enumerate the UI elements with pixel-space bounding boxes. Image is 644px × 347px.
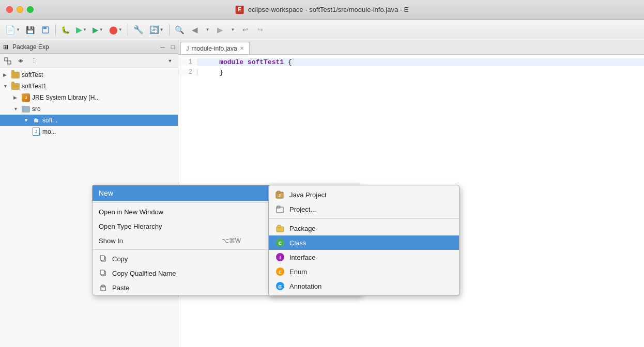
link-editor-button[interactable]: [15, 55, 26, 67]
svg-text:E: E: [279, 270, 282, 275]
new-label: New: [99, 189, 113, 197]
sync-dropdown[interactable]: 🔄▼: [147, 23, 166, 37]
code-text-2: }: [198, 69, 644, 76]
save-all-button[interactable]: [39, 23, 52, 37]
java-file-icon: J: [32, 128, 40, 136]
title-bar: E eclipse-workspace - softTest1/src/modu…: [0, 0, 644, 20]
new-dropdown[interactable]: 📄▼: [3, 23, 22, 37]
src-folder-icon: [22, 105, 30, 113]
svg-text:C: C: [279, 241, 282, 246]
editor-tab-module-info[interactable]: J module-info.java ✕: [180, 42, 250, 54]
search-button[interactable]: 🔍: [173, 23, 187, 37]
editor-tabs: J module-info.java ✕: [178, 40, 644, 55]
enum-menu-icon: E: [275, 266, 285, 277]
coverage-dropdown[interactable]: ⬤▼: [107, 23, 125, 37]
tree-item-module-info[interactable]: J mo...: [0, 126, 178, 137]
traffic-lights: [6, 6, 34, 13]
annotation-menu-icon: @: [275, 281, 285, 291]
debug-button[interactable]: 🐛: [59, 23, 72, 37]
svg-rect-1: [43, 27, 47, 29]
copy-icon: [99, 254, 108, 263]
tree-item-jre[interactable]: ▶ J JRE System Library [H...: [0, 92, 178, 103]
svg-rect-2: [5, 58, 8, 61]
run-dropdown[interactable]: ▶▼: [74, 23, 89, 37]
submenu-interface[interactable]: I Interface: [269, 250, 459, 264]
panel-title: Package Exp: [12, 43, 158, 51]
submenu-annotation[interactable]: @ Annotation: [269, 279, 459, 293]
tree-item-softtest1[interactable]: ▼ softTest1: [0, 81, 178, 92]
app-icon: E: [236, 6, 244, 14]
dropdown-button[interactable]: ▼: [164, 55, 176, 67]
close-button[interactable]: [6, 6, 13, 13]
project-icon: [11, 71, 20, 79]
svg-rect-19: [278, 225, 281, 228]
collapse-all-button[interactable]: [2, 55, 13, 67]
nav-forward-button[interactable]: ▶: [213, 23, 227, 37]
separator-3: [169, 24, 170, 36]
svg-text:J: J: [279, 194, 281, 197]
submenu-enum[interactable]: E Enum: [269, 264, 459, 279]
nav-back-dropdown[interactable]: ▼: [203, 23, 212, 37]
nav-back-button[interactable]: ◀: [188, 23, 202, 37]
panel-header: ⊞ Package Exp ─ □: [0, 40, 178, 54]
svg-rect-6: [35, 118, 37, 120]
tree-item-src[interactable]: ▼ src: [0, 103, 178, 115]
svg-text:@: @: [278, 284, 283, 289]
svg-text:I: I: [280, 255, 281, 260]
tab-java-icon: J: [186, 45, 189, 52]
maximize-panel-icon[interactable]: □: [171, 43, 175, 51]
tree-item-softtest[interactable]: ▶ softTest: [0, 69, 178, 81]
interface-menu-icon: I: [275, 252, 285, 262]
code-line-2: 2 }: [178, 67, 644, 77]
class-menu-icon: C: [275, 238, 285, 248]
window-title: E eclipse-workspace - softTest1/src/modu…: [236, 6, 409, 14]
maximize-button[interactable]: [27, 6, 34, 13]
line-number-2: 2: [178, 69, 198, 76]
last-edit-button[interactable]: ↩: [238, 23, 252, 37]
minimize-button[interactable]: [17, 6, 23, 13]
external-tools-button[interactable]: 🔧: [131, 23, 146, 37]
svg-point-4: [20, 60, 22, 62]
minimize-panel-icon[interactable]: ─: [160, 43, 165, 51]
save-button[interactable]: 💾: [24, 23, 37, 37]
java-project-icon: J: [275, 190, 285, 200]
project-icon: [11, 82, 20, 90]
package-icon: [32, 116, 40, 124]
nav-forward-dropdown[interactable]: ▼: [228, 23, 237, 37]
submenu-java-project[interactable]: J Java Project: [269, 187, 459, 202]
submenu-project[interactable]: Project...: [269, 202, 459, 216]
submenu-class[interactable]: C Class: [269, 235, 459, 250]
paste-icon: [99, 283, 108, 292]
package-menu-icon: [275, 223, 285, 233]
panel-toolbar: ⋮ ▼: [0, 54, 178, 68]
copy-qualified-icon: [99, 269, 108, 278]
code-text-1: module softTest1 {: [198, 58, 644, 66]
svg-rect-11: [101, 286, 105, 291]
tab-close-icon[interactable]: ✕: [240, 45, 244, 51]
svg-rect-8: [100, 256, 104, 260]
submenu: J Java Project Project... Package: [268, 185, 459, 296]
separator-1: [55, 24, 56, 36]
submenu-separator: [269, 218, 459, 219]
separator-2: [128, 24, 128, 36]
tree-item-package-softtest1[interactable]: ▼ soft...: [0, 115, 178, 126]
next-edit-button[interactable]: ↪: [253, 23, 267, 37]
submenu-package[interactable]: Package: [269, 221, 459, 235]
jre-icon: J: [22, 93, 30, 102]
show-menu-button[interactable]: ⋮: [28, 55, 39, 67]
project-icon: [275, 204, 285, 214]
main-toolbar: 📄▼ 💾 🐛 ▶▼ ▶▼ ⬤▼ 🔧 🔄▼ 🔍 ◀ ▼ ▶ ▼ ↩ ↪: [0, 20, 644, 40]
code-line-1: 1 module softTest1 {: [178, 57, 644, 67]
svg-rect-14: [277, 191, 280, 193]
run-ext-dropdown[interactable]: ▶▼: [90, 23, 105, 37]
line-number-1: 1: [178, 58, 198, 66]
svg-rect-3: [8, 61, 11, 64]
svg-rect-10: [100, 270, 104, 275]
